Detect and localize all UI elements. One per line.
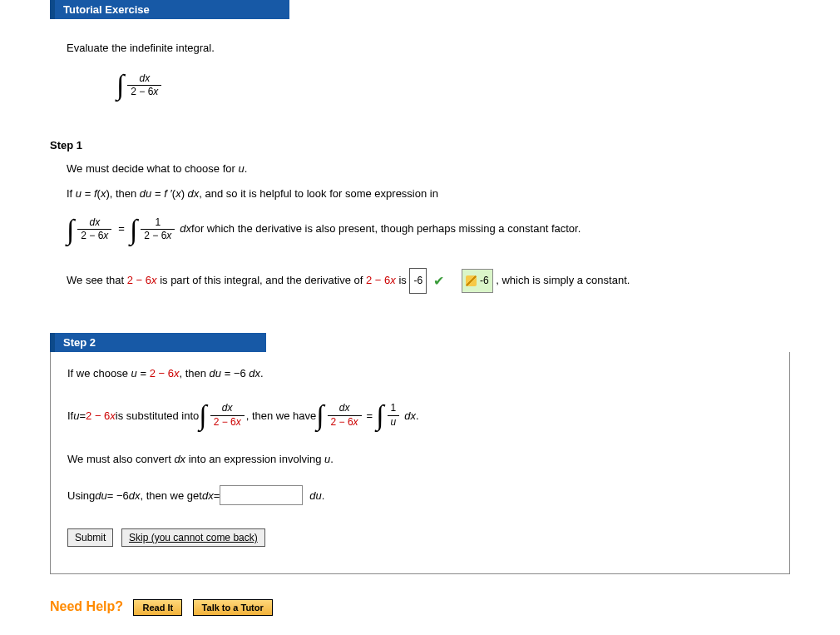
need-help-label: Need Help? (50, 599, 123, 613)
dx-answer-input[interactable] (220, 485, 303, 505)
check-icon: ✔ (433, 267, 444, 295)
integral-sign-icon: ∫ (130, 216, 137, 244)
submit-button[interactable]: Submit (67, 528, 113, 547)
intro-content: Evaluate the indefinite integral. ∫ dx 2… (67, 19, 807, 114)
tutorial-header-label: Tutorial Exercise (63, 3, 150, 16)
step2-header-label: Step 2 (63, 336, 96, 349)
integral-sign-icon: ∫ (316, 401, 324, 429)
need-help-row: Need Help? Read It Talk to a Tutor (50, 599, 840, 616)
pencil-icon (466, 275, 477, 286)
hint-value: -6 (480, 270, 489, 291)
skip-button[interactable]: Skip (you cannot come back) (121, 528, 265, 547)
step2-header: Step 2 (50, 333, 266, 352)
intro-prompt: Evaluate the indefinite integral. (67, 41, 807, 56)
step2-integral-3: ∫ 1 u dx (376, 401, 416, 429)
step1-content: We must decide what to choose for u. If … (67, 161, 807, 316)
step1-integral-2: ∫ 1 2 − 6x dx (130, 216, 191, 244)
step1-label: Step 1 (50, 139, 840, 151)
step2-integral-1: ∫ dx 2 − 6x (199, 401, 245, 429)
integral-sign-icon: ∫ (116, 71, 124, 99)
step1-hint-box[interactable]: -6 (462, 269, 493, 293)
step1-answer-box: -6 (409, 268, 427, 294)
read-it-button[interactable]: Read It (133, 599, 182, 616)
integral-sign-icon: ∫ (67, 216, 74, 244)
step2-box: If we choose u = 2 − 6x, then du = −6 dx… (50, 352, 790, 574)
step2-integral-2: ∫ dx 2 − 6x (316, 401, 363, 429)
intro-integral: ∫ dx 2 − 6x (116, 71, 163, 99)
integral-sign-icon: ∫ (199, 401, 206, 429)
step1-integral-1: ∫ dx 2 − 6x (67, 216, 113, 244)
integral-sign-icon: ∫ (376, 401, 383, 429)
tutorial-header: Tutorial Exercise (50, 0, 289, 19)
intro-fraction: dx 2 − 6x (127, 73, 161, 97)
talk-to-tutor-button[interactable]: Talk to a Tutor (193, 599, 273, 616)
